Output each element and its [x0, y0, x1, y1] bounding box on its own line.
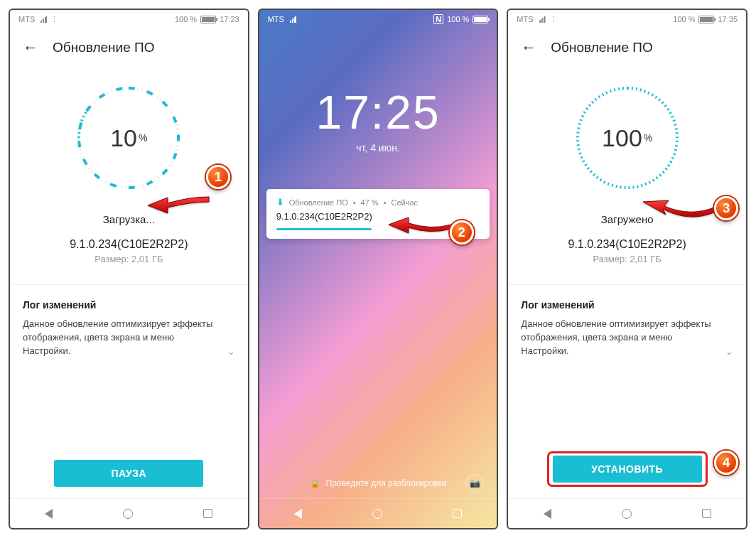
signal-icon [38, 16, 47, 23]
download-status: Загрузка... [10, 213, 248, 225]
version-label: 9.1.0.234(C10E2R2P2) [508, 238, 746, 251]
changelog-text: Данное обновление оптимизирует эффекты о… [521, 318, 733, 358]
nav-recent-icon[interactable] [453, 509, 462, 518]
clock: 17:23 [220, 15, 239, 23]
nav-home-icon[interactable] [372, 509, 382, 519]
nav-recent-icon[interactable] [203, 509, 212, 518]
status-bar: MTS ⋮ 100 % 17:23 [10, 10, 248, 28]
nav-home-icon[interactable] [123, 509, 133, 519]
carrier-label: MTS [517, 15, 533, 23]
page-title: Обновление ПО [53, 40, 154, 55]
screen-lockscreen: MTS N 100 % 17:25 чт, 4 июн. ⬇ Обновлени… [258, 9, 499, 529]
annotation-badge-1: 1 [206, 165, 230, 189]
changelog-row[interactable]: Данное обновление оптимизирует эффекты о… [508, 318, 746, 358]
lock-clock: 17:25 [259, 85, 497, 139]
progress-value: 100 [602, 124, 642, 152]
chevron-down-icon: ⌄ [725, 346, 733, 357]
signal-icon [537, 16, 546, 23]
size-label: Размер: 2,01 ГБ [508, 254, 746, 264]
pause-button[interactable]: ПАУЗА [54, 460, 203, 487]
download-icon: ⬇ [276, 197, 284, 208]
battery-pct: 100 % [673, 15, 695, 23]
camera-icon[interactable]: 📷 [465, 474, 484, 493]
changelog-title: Лог изменений [508, 285, 746, 318]
carrier-label: MTS [18, 15, 35, 23]
screen-update-complete: MTS ⋮ 100 % 17:35 ← Обновление ПО 100% З… [507, 9, 747, 529]
notif-progress-bar [276, 228, 372, 230]
progress-ring: 10% [72, 81, 185, 195]
notif-percent: 47 % [361, 198, 379, 207]
notif-time: Сейчас [392, 198, 418, 207]
battery-pct: 100 % [175, 15, 197, 23]
annotation-badge-2: 2 [450, 220, 474, 244]
install-highlight: УСТАНОВИТЬ [547, 451, 708, 487]
changelog-text: Данное обновление оптимизирует эффекты о… [23, 318, 235, 358]
size-label: Размер: 2,01 ГБ [10, 254, 248, 264]
nav-bar [508, 498, 746, 528]
nav-recent-icon[interactable] [702, 509, 711, 518]
version-label: 9.1.0.234(C10E2R2P2) [10, 238, 248, 251]
notif-app-name: Обновление ПО [289, 198, 348, 207]
battery-icon [698, 16, 714, 23]
nav-back-icon[interactable] [45, 509, 53, 519]
status-bar: MTS N 100 % [259, 10, 497, 28]
install-button[interactable]: УСТАНОВИТЬ [553, 456, 702, 483]
lock-date: чт, 4 июн. [259, 142, 497, 154]
battery-pct: 100 % [447, 15, 469, 23]
progress-ring: 100% [571, 81, 684, 195]
nav-bar [10, 498, 248, 528]
nav-bar [259, 498, 497, 528]
nav-back-icon[interactable] [544, 509, 551, 519]
wifi-icon: ⋮ [50, 15, 58, 24]
status-bar: MTS ⋮ 100 % 17:35 [508, 10, 746, 28]
page-header: ← Обновление ПО [508, 28, 746, 67]
changelog-row[interactable]: Данное обновление оптимизирует эффекты о… [10, 318, 248, 358]
signal-icon [288, 16, 296, 23]
back-icon[interactable]: ← [23, 38, 38, 57]
chevron-down-icon: ⌄ [227, 346, 235, 357]
back-icon[interactable]: ← [521, 38, 536, 57]
annotation-arrow-1 [146, 193, 210, 217]
annotation-arrow-3 [640, 196, 718, 230]
nfc-icon: N [433, 14, 443, 24]
battery-icon [472, 16, 488, 23]
clock: 17:35 [718, 15, 738, 23]
page-title: Обновление ПО [551, 40, 652, 55]
changelog-title: Лог изменений [10, 285, 248, 318]
page-header: ← Обновление ПО [10, 28, 248, 67]
annotation-arrow-2 [387, 216, 454, 243]
progress-value: 10 [110, 124, 137, 152]
wifi-icon: ⋮ [549, 15, 557, 24]
lock-icon: 🔒 [310, 478, 320, 488]
screen-update-downloading: MTS ⋮ 100 % 17:23 ← Обновление ПО 10% За… [9, 9, 249, 529]
nav-back-icon[interactable] [294, 509, 302, 519]
battery-icon [200, 16, 216, 23]
unlock-hint: Проведите для разблокировки [326, 478, 447, 488]
carrier-label: MTS [268, 15, 284, 23]
nav-home-icon[interactable] [622, 509, 632, 519]
